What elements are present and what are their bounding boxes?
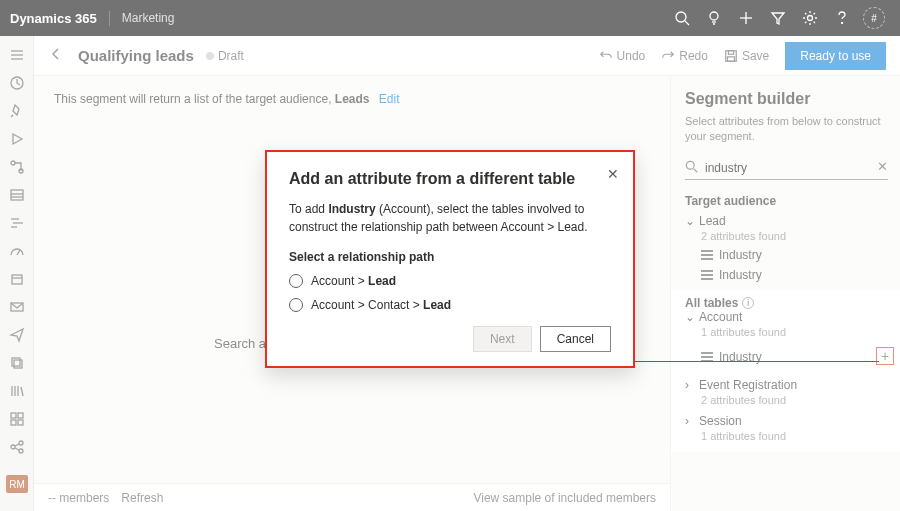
- radio-icon: [289, 274, 303, 288]
- relationship-option-2[interactable]: Account > Contact > Lead: [289, 298, 611, 312]
- modal-title: Add an attribute from a different table: [289, 170, 611, 188]
- next-button: Next: [473, 326, 532, 352]
- radio-icon: [289, 298, 303, 312]
- modal-body: To add Industry (Account), select the ta…: [289, 200, 611, 236]
- add-attribute-modal: ✕ Add an attribute from a different tabl…: [265, 150, 635, 368]
- relationship-option-1[interactable]: Account > Lead: [289, 274, 611, 288]
- callout-line: [635, 361, 879, 362]
- modal-subheading: Select a relationship path: [289, 250, 611, 264]
- cancel-button[interactable]: Cancel: [540, 326, 611, 352]
- close-icon[interactable]: ✕: [607, 166, 619, 182]
